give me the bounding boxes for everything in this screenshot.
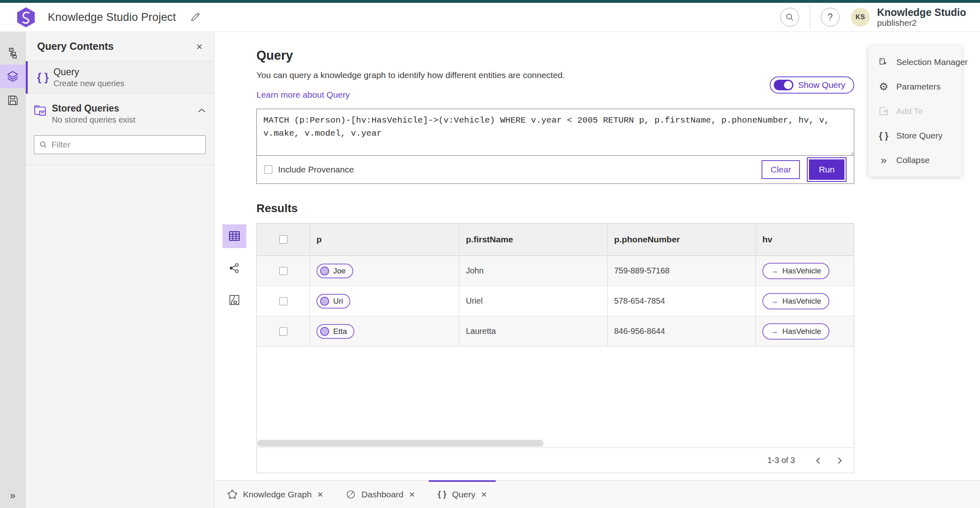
table-icon: [228, 230, 241, 243]
include-provenance-checkbox[interactable]: [264, 166, 272, 174]
include-provenance-label: Include Provenance: [278, 165, 354, 175]
edge-chip[interactable]: → HasVehicle: [762, 323, 829, 340]
selection-manager-item[interactable]: Selection Manager: [869, 50, 962, 74]
horizontal-scrollbar: [257, 439, 854, 448]
tool-label: Selection Manager: [896, 57, 968, 67]
query-text-input[interactable]: MATCH (p:Person)-[hv:HasVehicle]->(v:Veh…: [257, 109, 854, 156]
results-table: p p.firstName p.phoneNumber hv Joe: [256, 223, 854, 473]
show-query-toggle[interactable]: Show Query: [770, 76, 854, 94]
close-tab-icon[interactable]: ×: [317, 490, 323, 499]
rail-save-button[interactable]: [0, 88, 26, 112]
rail-model-button[interactable]: [0, 41, 26, 65]
filter-input[interactable]: [51, 140, 200, 150]
row-checkbox[interactable]: [279, 297, 287, 305]
chevron-right-icon: [836, 457, 843, 464]
scrollbar-thumb[interactable]: [257, 440, 543, 447]
graph-view-button[interactable]: [223, 256, 246, 280]
column-header: p.firstName: [466, 235, 513, 244]
gear-icon: ⚙: [878, 81, 890, 92]
tab-label: Dashboard: [361, 490, 403, 499]
table-row: Uri Uriel 578-654-7854 → HasVehicle: [257, 286, 854, 316]
query-item-title: Query: [53, 67, 124, 78]
pagination-range: 1-3 of 3: [767, 456, 795, 465]
node-chip[interactable]: Joe: [316, 264, 353, 278]
query-contents-header: Query Contents ×: [26, 32, 214, 61]
app-window: Knowledge Studio Project ? KS Knowledge …: [0, 0, 980, 508]
learn-more-link[interactable]: Learn more about Query: [256, 90, 350, 100]
table-view-button[interactable]: [223, 224, 246, 248]
selected-accent-bar: [26, 61, 28, 94]
expand-rail-button[interactable]: »: [10, 490, 16, 501]
filter-search-icon: [39, 141, 47, 149]
close-tab-icon[interactable]: ×: [481, 490, 487, 499]
row-checkbox[interactable]: [279, 267, 287, 275]
toggle-knob: [784, 81, 792, 89]
knowledge-studio-logo-icon: [16, 7, 36, 27]
filter-field: [34, 135, 206, 154]
store-query-item[interactable]: { } Store Query: [869, 123, 962, 148]
query-page-title: Query: [256, 48, 854, 63]
collapse-section-button[interactable]: [198, 103, 206, 114]
tab-knowledge-graph[interactable]: Knowledge Graph ×: [216, 481, 334, 508]
query-page: Query You can query a knowledge graph to…: [214, 32, 980, 480]
header-right-cluster: ? KS Knowledge Studio publisher2: [780, 5, 966, 29]
tab-label: Query: [452, 490, 475, 499]
query-description: You can query a knowledge graph to ident…: [256, 70, 770, 80]
stored-queries-header[interactable]: Stored Queries No stored queries exist: [34, 103, 206, 125]
result-view-toggles: [223, 223, 256, 473]
close-panel-icon[interactable]: ×: [196, 41, 203, 52]
bottom-tab-bar: Knowledge Graph × Dashboard × { } Query …: [214, 480, 980, 508]
previous-page-button[interactable]: [811, 453, 826, 468]
results-title: Results: [256, 202, 854, 215]
tab-dashboard[interactable]: Dashboard ×: [334, 481, 426, 508]
column-header: hv: [762, 235, 773, 244]
page-title: Knowledge Studio Project: [48, 11, 176, 24]
select-all-checkbox[interactable]: [279, 235, 287, 244]
cell-phonenumber: 759-889-57168: [614, 266, 670, 275]
tab-query[interactable]: { } Query ×: [426, 481, 498, 508]
edit-title-pencil-icon[interactable]: [190, 12, 200, 22]
user-name: publisher2: [877, 18, 966, 28]
top-accent-strip: [0, 0, 980, 3]
collapse-panel-item[interactable]: » Collapse: [869, 148, 962, 172]
parameters-item[interactable]: ⚙ Parameters: [869, 74, 962, 99]
search-icon: [785, 13, 794, 22]
column-header: p: [316, 235, 322, 244]
edge-chip[interactable]: → HasVehicle: [762, 263, 829, 279]
table-empty-area: [257, 347, 854, 439]
node-chip[interactable]: Etta: [316, 324, 354, 339]
stored-queries-title: Stored Queries: [52, 103, 136, 114]
edge-chip[interactable]: → HasVehicle: [762, 293, 829, 309]
rail-query-layers-button[interactable]: [0, 65, 26, 88]
query-editor-footer: Include Provenance Clear Run: [257, 156, 854, 184]
close-tab-icon[interactable]: ×: [409, 490, 415, 499]
selection-manager-icon: [878, 57, 889, 67]
stored-queries-section: Stored Queries No stored queries exist: [26, 94, 214, 165]
column-header: p.phoneNumber: [614, 235, 680, 244]
dashboard-gauge-icon: [346, 490, 356, 499]
tool-label: Add To: [896, 106, 923, 116]
braces-icon: { }: [878, 130, 890, 141]
query-contents-title: Query Contents: [37, 40, 114, 52]
stored-queries-subtitle: No stored queries exist: [52, 115, 136, 125]
node-chip[interactable]: Uri: [316, 294, 350, 309]
chart-icon: [229, 294, 240, 306]
chart-view-button[interactable]: [223, 288, 246, 312]
show-query-label: Show Query: [798, 80, 845, 90]
help-button[interactable]: ?: [821, 8, 840, 27]
clear-button[interactable]: Clear: [762, 160, 800, 179]
arrow-right-icon: →: [771, 267, 778, 275]
row-checkbox[interactable]: [279, 327, 287, 336]
run-button[interactable]: Run: [809, 159, 844, 180]
stored-queries-folder-icon: [34, 105, 48, 117]
table-pagination: 1-3 of 3: [257, 448, 854, 473]
cell-phonenumber: 846-956-8644: [614, 327, 665, 336]
avatar[interactable]: KS: [851, 8, 870, 27]
search-button[interactable]: [780, 8, 799, 27]
node-dot-icon: [320, 297, 329, 306]
query-item-subtitle: Create new queries: [53, 79, 124, 88]
tab-label: Knowledge Graph: [243, 490, 312, 499]
chevron-left-icon: [815, 457, 822, 464]
query-item[interactable]: { } Query Create new queries: [26, 61, 214, 94]
next-page-button[interactable]: [832, 453, 847, 468]
